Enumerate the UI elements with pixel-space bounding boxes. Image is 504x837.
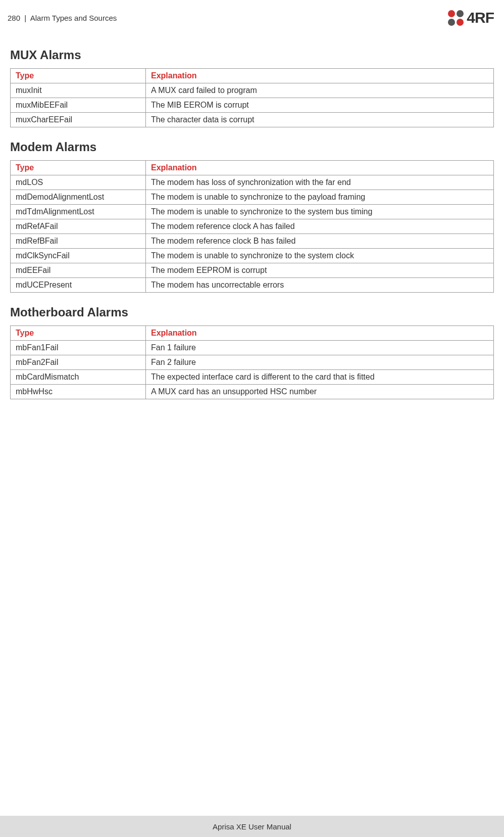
cell-explanation: The modem reference clock B has failed [145, 234, 493, 249]
cell-explanation: The expected interface card is different… [145, 370, 493, 385]
cell-type: mdLOS [11, 175, 146, 190]
table-row: mdEEFail The modem EEPROM is corrupt [11, 263, 494, 278]
cell-explanation: The modem is unable to synchronize to th… [145, 190, 493, 205]
table-row: muxMibEEFail The MIB EEROM is corrupt [11, 98, 494, 113]
page-number: 280 [8, 14, 20, 22]
header-left: 280 | Alarm Types and Sources [8, 14, 117, 22]
cell-explanation: A MUX card has an unsupported HSC number [145, 385, 493, 399]
cell-type: mdRefAFail [11, 219, 146, 234]
table-row: mdTdmAlignmentLost The modem is unable t… [11, 205, 494, 219]
motherboard-alarms-table: Type Explanation mbFan1Fail Fan 1 failur… [10, 326, 494, 399]
logo-dot [457, 10, 464, 17]
cell-type: mbCardMismatch [11, 370, 146, 385]
cell-type: mdRefBFail [11, 234, 146, 249]
table-header-row: Type Explanation [11, 69, 494, 83]
cell-type: muxMibEEFail [11, 98, 146, 113]
cell-type: mdClkSyncFail [11, 249, 146, 263]
cell-explanation: The modem is unable to synchronize to th… [145, 205, 493, 219]
page-header: 280 | Alarm Types and Sources 4RF [0, 0, 504, 30]
cell-type: mbFan2Fail [11, 355, 146, 370]
cell-explanation: The modem EEPROM is corrupt [145, 263, 493, 278]
table-row: mbFan2Fail Fan 2 failure [11, 355, 494, 370]
logo-dot [448, 10, 455, 17]
cell-type: mbFan1Fail [11, 341, 146, 355]
header-separator: | [22, 14, 30, 22]
header-explanation: Explanation [145, 326, 493, 341]
table-row: mdRefBFail The modem reference clock B h… [11, 234, 494, 249]
cell-explanation: The character data is corrupt [145, 113, 493, 127]
table-row: muxCharEEFail The character data is corr… [11, 113, 494, 127]
mux-alarms-table: Type Explanation muxInit A MUX card fail… [10, 68, 494, 127]
table-row: mdRefAFail The modem reference clock A h… [11, 219, 494, 234]
cell-explanation: Fan 1 failure [145, 341, 493, 355]
header-type: Type [11, 326, 146, 341]
section-name: Alarm Types and Sources [30, 14, 117, 22]
logo-text: 4RF [467, 9, 494, 26]
cell-type: muxCharEEFail [11, 113, 146, 127]
header-explanation: Explanation [145, 69, 493, 83]
mux-alarms-title: MUX Alarms [10, 48, 494, 62]
table-row: mbHwHsc A MUX card has an unsupported HS… [11, 385, 494, 399]
motherboard-alarms-title: Motherboard Alarms [10, 305, 494, 319]
table-header-row: Type Explanation [11, 326, 494, 341]
content: MUX Alarms Type Explanation muxInit A MU… [0, 30, 504, 404]
table-row: mbFan1Fail Fan 1 failure [11, 341, 494, 355]
modem-alarms-title: Modem Alarms [10, 140, 494, 154]
cell-explanation: The modem has loss of synchronization wi… [145, 175, 493, 190]
table-row: mdUCEPresent The modem has uncorrectable… [11, 278, 494, 293]
table-row: mbCardMismatch The expected interface ca… [11, 370, 494, 385]
logo: 4RF [448, 9, 494, 26]
logo-dot [448, 19, 455, 26]
cell-type: muxInit [11, 83, 146, 98]
cell-type: mbHwHsc [11, 385, 146, 399]
cell-explanation: The modem has uncorrectable errors [145, 278, 493, 293]
table-row: mdDemodAlignmentLost The modem is unable… [11, 190, 494, 205]
logo-dot [457, 19, 464, 26]
header-explanation: Explanation [145, 161, 493, 175]
table-row: mdLOS The modem has loss of synchronizat… [11, 175, 494, 190]
cell-type: mdUCEPresent [11, 278, 146, 293]
cell-type: mdDemodAlignmentLost [11, 190, 146, 205]
cell-explanation: A MUX card failed to program [145, 83, 493, 98]
cell-explanation: The MIB EEROM is corrupt [145, 98, 493, 113]
logo-dots-icon [448, 10, 464, 26]
cell-explanation: The modem reference clock A has failed [145, 219, 493, 234]
page-footer: Aprisa XE User Manual [0, 816, 504, 837]
cell-explanation: The modem is unable to synchronize to th… [145, 249, 493, 263]
table-row: mdClkSyncFail The modem is unable to syn… [11, 249, 494, 263]
cell-type: mdTdmAlignmentLost [11, 205, 146, 219]
header-type: Type [11, 161, 146, 175]
table-row: muxInit A MUX card failed to program [11, 83, 494, 98]
footer-text: Aprisa XE User Manual [213, 822, 291, 831]
cell-type: mdEEFail [11, 263, 146, 278]
table-header-row: Type Explanation [11, 161, 494, 175]
modem-alarms-table: Type Explanation mdLOS The modem has los… [10, 160, 494, 293]
cell-explanation: Fan 2 failure [145, 355, 493, 370]
header-type: Type [11, 69, 146, 83]
